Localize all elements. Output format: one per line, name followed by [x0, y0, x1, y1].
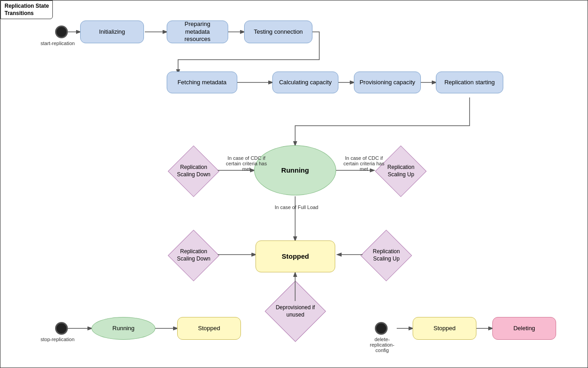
deprovisioned-node: Deprovisioned if unused	[274, 290, 317, 333]
stop-replication-circle	[55, 322, 68, 335]
full-load-label: In case of Full Load	[274, 204, 319, 210]
page-title: Replication StateTransitions	[0, 0, 53, 19]
deleting-node: Deleting	[492, 317, 556, 340]
preparing-metadata-node: Preparing metadata resources	[167, 20, 228, 43]
testing-connection-node: Testing connection	[244, 20, 312, 43]
scaling-up-bottom-node: Replication Scaling Up	[362, 237, 411, 274]
start-replication-label: start-replication	[41, 41, 75, 46]
provisioning-capacity-node: Provisioning capacity	[354, 72, 421, 93]
start-replication-circle	[55, 26, 68, 38]
replication-starting-node: Replication starting	[436, 72, 503, 93]
scaling-down-top-node: Replication Scaling Down	[169, 153, 218, 189]
cdc-right-label: In case of CDC if certain criteria has m…	[341, 155, 387, 172]
scaling-down-bottom-node: Replication Scaling Down	[169, 237, 218, 274]
initializing-node: Initializing	[80, 20, 144, 43]
stopped-bottom-left-node: Stopped	[177, 317, 241, 340]
delete-replication-circle	[375, 322, 388, 335]
cdc-left-label: In case of CDC if certain criteria has m…	[224, 155, 269, 172]
delete-replication-label: delete- replication- config	[366, 337, 398, 353]
fetching-metadata-node: Fetching metadata	[167, 72, 237, 93]
stopped-bottom-right-node: Stopped	[413, 317, 476, 340]
calculating-capacity-node: Calculating capacity	[272, 72, 338, 93]
stop-replication-label: stop-replication	[41, 337, 75, 342]
stopped-main-node: Stopped	[256, 240, 335, 272]
running-bottom-node: Running	[92, 317, 155, 340]
